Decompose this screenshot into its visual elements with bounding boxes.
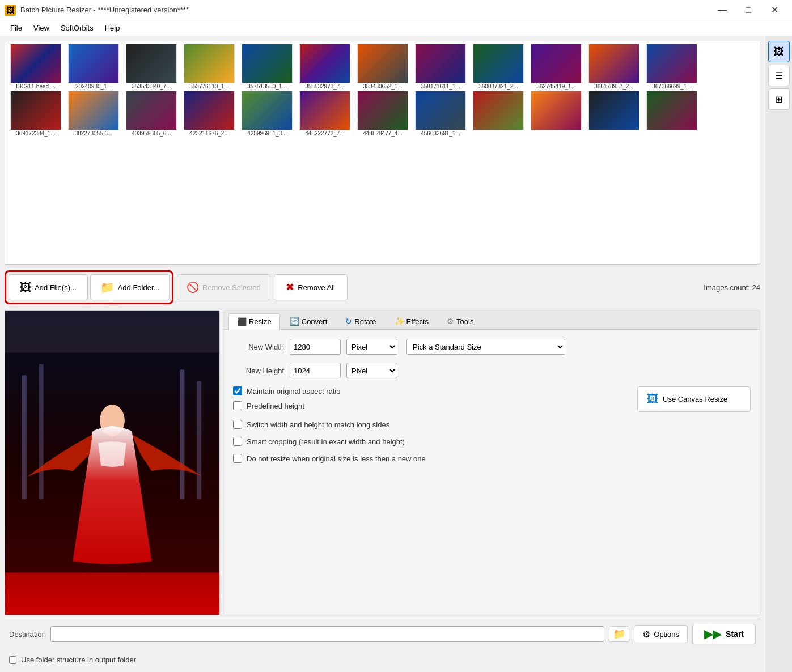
do-not-resize-checkbox[interactable] [233, 454, 242, 463]
thumbnail [184, 91, 235, 130]
new-width-input[interactable] [290, 339, 341, 355]
list-item[interactable]: 358532973_7... [297, 44, 353, 90]
list-item[interactable] [643, 91, 700, 137]
image-label: 20240930_1... [66, 83, 121, 90]
list-item[interactable] [586, 91, 642, 137]
svg-rect-4 [197, 381, 201, 499]
list-item[interactable]: 366178957_2... [586, 44, 642, 90]
start-label: Start [726, 630, 744, 639]
new-height-input[interactable] [290, 363, 341, 378]
list-item[interactable]: 425996961_3... [239, 91, 295, 137]
window-controls: — □ ✕ [709, 0, 787, 20]
list-item[interactable]: 423211676_2... [181, 91, 238, 137]
list-item[interactable]: 358430652_1... [354, 44, 411, 90]
destination-folder-button[interactable]: 📁 [609, 626, 629, 642]
tab-rotate-label: Rotate [354, 317, 376, 326]
list-item[interactable]: 448828477_4... [354, 91, 411, 137]
menu-file[interactable]: File [5, 22, 28, 34]
tab-resize[interactable]: ⬛ Resize [228, 313, 280, 330]
list-item[interactable]: 448222772_7... [297, 91, 353, 137]
add-folder-button[interactable]: 📁 Add Folder... [90, 274, 170, 300]
tab-rotate[interactable]: ↻ Rotate [337, 313, 384, 329]
image-label: 456032691_1... [413, 130, 468, 137]
grid-view-button[interactable]: ⊞ [768, 88, 790, 110]
menu-softorbits[interactable]: SoftOrbits [55, 22, 99, 34]
image-label: 448222772_7... [297, 130, 353, 137]
standard-size-select[interactable]: Pick a Standard Size [406, 339, 565, 355]
predefined-height-row: Predefined height [233, 401, 340, 410]
list-view-button[interactable]: ☰ [768, 65, 790, 86]
new-width-unit[interactable]: Pixel Percent Inch cm mm [346, 339, 397, 355]
thumbnail [473, 44, 524, 83]
image-label: 353543340_7... [124, 83, 179, 90]
list-item[interactable]: 353543340_7... [123, 44, 180, 90]
thumbnail [299, 91, 350, 130]
tab-convert[interactable]: 🔄 Convert [281, 313, 336, 329]
svg-rect-2 [39, 364, 44, 499]
options-button[interactable]: ⚙ Options [634, 625, 688, 643]
menu-view[interactable]: View [28, 22, 55, 34]
add-buttons-group: 🖼 Add File(s)... 📁 Add Folder... [5, 270, 173, 304]
list-item[interactable]: 357513580_1... [239, 44, 295, 90]
list-item[interactable]: 369172384_1... [7, 91, 64, 137]
menubar: File View SoftOrbits Help [0, 20, 792, 36]
maintain-aspect-checkbox[interactable] [233, 386, 242, 395]
tab-tools-label: Tools [456, 317, 473, 326]
list-item[interactable]: 367366699_1... [643, 44, 700, 90]
image-label: 425996961_3... [239, 130, 295, 137]
image-label: 423211676_2... [181, 130, 237, 137]
images-view-button[interactable]: 🖼 [768, 41, 790, 62]
list-item[interactable]: 20240930_1... [65, 44, 122, 90]
list-item[interactable]: 360037821_2... [470, 44, 527, 90]
list-item[interactable]: 353776110_1... [181, 44, 238, 90]
remove-all-button[interactable]: ✖ Remove All [274, 274, 348, 300]
list-item[interactable]: 362745419_1... [528, 44, 585, 90]
images-view-icon: 🖼 [774, 46, 784, 58]
rotate-icon: ↻ [345, 317, 352, 326]
canvas-resize-button[interactable]: 🖼 Use Canvas Resize [637, 386, 751, 412]
list-item[interactable] [528, 91, 585, 137]
add-files-button[interactable]: 🖼 Add File(s)... [9, 274, 88, 300]
image-label: 369172384_1... [8, 130, 63, 137]
maximize-button[interactable]: □ [735, 0, 761, 20]
thumbnail [588, 44, 639, 83]
close-button[interactable]: ✕ [761, 0, 787, 20]
destination-input[interactable] [50, 626, 604, 642]
titlebar: 🖼 Batch Picture Resizer - ****Unregister… [0, 0, 792, 20]
list-item[interactable]: 358171611_1... [412, 44, 469, 90]
thumbnail [588, 91, 639, 130]
thumbnail [10, 44, 61, 83]
image-label: 357513580_1... [239, 83, 295, 90]
footer-row: Use folder structure in output folder [5, 652, 760, 667]
thumbnail [10, 91, 61, 130]
list-item[interactable]: 456032691_1... [412, 91, 469, 137]
thumbnail [646, 91, 697, 130]
predefined-height-checkbox[interactable] [233, 401, 242, 410]
add-folder-label: Add Folder... [118, 283, 160, 292]
list-item[interactable]: 403959305_6... [123, 91, 180, 137]
switch-width-height-checkbox[interactable] [233, 420, 242, 429]
switch-width-height-row: Switch width and height to match long si… [233, 420, 751, 429]
remove-selected-button[interactable]: 🚫 Remove Selected [177, 274, 270, 300]
gear-icon: ⚙ [642, 629, 650, 640]
list-item[interactable] [470, 91, 527, 137]
image-label: 362745419_1... [528, 83, 584, 90]
tab-tools[interactable]: ⚙ Tools [438, 313, 482, 329]
tools-icon: ⚙ [447, 317, 454, 326]
start-icon: ▶▶ [704, 627, 721, 641]
tabs-row: ⬛ Resize 🔄 Convert ↻ Rotate ✨ Effects [224, 311, 760, 330]
tab-effects[interactable]: ✨ Effects [386, 313, 438, 329]
convert-icon: 🔄 [290, 317, 299, 326]
list-item[interactable]: BKG11-head-... [7, 44, 64, 90]
use-folder-structure-checkbox[interactable] [9, 656, 16, 664]
start-button[interactable]: ▶▶ Start [692, 624, 756, 644]
tab-effects-label: Effects [406, 317, 429, 326]
new-height-unit[interactable]: Pixel Percent Inch cm mm [346, 363, 397, 378]
thumbnail [415, 91, 466, 130]
menu-help[interactable]: Help [99, 22, 126, 34]
resize-settings: New Width Pixel Percent Inch cm mm [224, 330, 760, 615]
minimize-button[interactable]: — [709, 0, 735, 20]
thumbnail [531, 91, 582, 130]
smart-cropping-checkbox[interactable] [233, 437, 242, 446]
list-item[interactable]: 382273055 6... [65, 91, 122, 137]
